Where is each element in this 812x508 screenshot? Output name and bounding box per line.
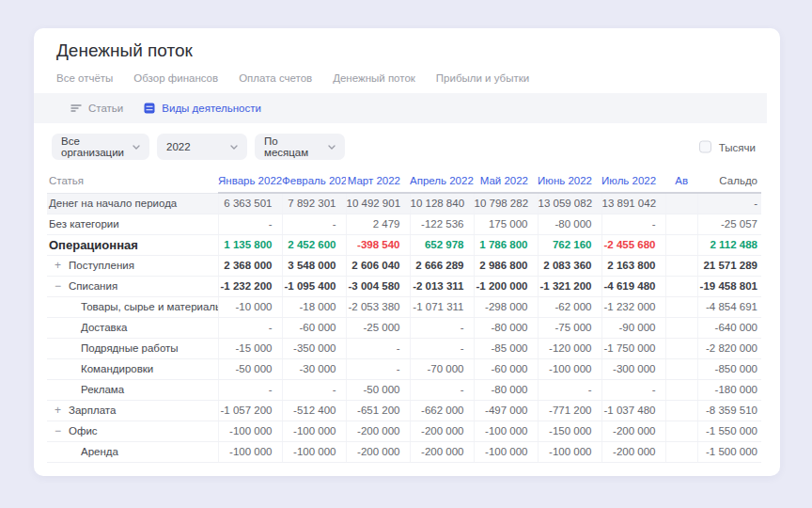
- cell-value: 2 083 360: [538, 255, 601, 276]
- cell-value: -1 095 400: [282, 276, 346, 296]
- cell-value: -850 000: [697, 358, 761, 379]
- nav-item-profit-loss[interactable]: Прибыли и убытки: [436, 71, 529, 85]
- cell-value: 2 452 600: [282, 234, 346, 255]
- row-label-cell: Доставка: [47, 317, 218, 338]
- cell-value: -60 000: [474, 358, 538, 379]
- cell-value: 2 666 289: [410, 255, 474, 276]
- cell-value: -100 000: [218, 441, 282, 462]
- cash-flow-table: Статья Январь 2022 Февраль 2022 Март 202…: [47, 168, 761, 463]
- thousands-checkbox[interactable]: [699, 141, 711, 153]
- cell-value: -180 000: [697, 379, 761, 400]
- table-row: −Офис-100 000-100 000-200 000-200 000-10…: [47, 421, 761, 441]
- row-label-cell: −Списания: [47, 276, 218, 296]
- cell-value: -: [218, 214, 282, 234]
- toggle-activity-types-label: Виды деятельности: [162, 103, 261, 114]
- cell-value: -4 619 480: [601, 276, 665, 296]
- table-row: Денег на начало периода6 363 5017 892 30…: [47, 193, 761, 214]
- cell-value: -2 053 380: [346, 296, 410, 317]
- row-label-text: Подрядные работы: [81, 342, 179, 354]
- cell-value: -1 200 000: [474, 276, 538, 296]
- chevron-down-icon: [328, 145, 336, 150]
- cell-value: -512 400: [282, 400, 346, 421]
- cell-value: -350 000: [282, 338, 346, 358]
- cell-value: -: [218, 379, 282, 400]
- cell-value: 1 786 800: [474, 234, 538, 255]
- table-row: +Поступления2 368 0003 548 0002 606 0402…: [47, 255, 761, 276]
- row-label-cell: Товары, сырье и материалы: [47, 296, 218, 317]
- table-row: Без категории--2 479-122 536175 000-80 0…: [47, 214, 761, 234]
- cell-value: 13 059 082: [538, 193, 601, 214]
- cell-value: 2 163 800: [601, 255, 665, 276]
- nav-item-finance-overview[interactable]: Обзор финансов: [133, 71, 218, 85]
- cell-value: 7 892 301: [282, 193, 346, 214]
- cell-value: -398 540: [346, 234, 410, 255]
- cell-value: -30 000: [282, 358, 346, 379]
- cell-value: [665, 276, 697, 296]
- expand-icon[interactable]: +: [55, 404, 63, 417]
- table-row: Командировки-50 000-30 000--70 000-60 00…: [47, 358, 761, 379]
- table-row: Доставка--60 000-25 000--80 000-75 000-9…: [47, 317, 761, 338]
- toggle-articles-label: Статьи: [88, 103, 123, 114]
- collapse-icon[interactable]: −: [55, 424, 63, 437]
- column-header-july[interactable]: Июль 2022: [601, 168, 665, 193]
- column-header-april[interactable]: Апрель 2022: [410, 168, 474, 193]
- cell-value: -1 500 000: [697, 441, 761, 462]
- column-header-june[interactable]: Июнь 2022: [538, 168, 601, 193]
- cell-value: 2 479: [346, 214, 410, 234]
- row-label-text: Реклама: [81, 384, 124, 395]
- cell-value: -50 000: [218, 358, 282, 379]
- page-title: Денежный поток: [56, 40, 780, 62]
- nav-item-all-reports[interactable]: Все отчёты: [56, 71, 113, 85]
- cell-value: -1 232 000: [601, 296, 665, 317]
- cell-value: -: [697, 193, 761, 214]
- toggle-activity-types[interactable]: Виды деятельности: [144, 103, 261, 114]
- row-label-cell: Аренда: [47, 441, 218, 462]
- cell-value: -298 000: [474, 296, 538, 317]
- row-label-text: Офис: [69, 425, 98, 437]
- cell-value: -: [410, 317, 474, 338]
- expand-icon[interactable]: +: [55, 259, 63, 272]
- cell-value: -75 000: [538, 317, 601, 338]
- column-header-january[interactable]: Январь 2022: [218, 168, 282, 193]
- period-select[interactable]: По месяцам: [255, 134, 345, 160]
- thousands-label: Тысячи: [719, 141, 756, 152]
- year-select[interactable]: 2022: [157, 134, 247, 160]
- cell-value: 10 492 901: [346, 193, 410, 214]
- cell-value: -1 037 480: [601, 400, 665, 421]
- view-toggle-bar: Статьи Виды деятельности: [34, 93, 767, 123]
- row-label-cell: Командировки: [47, 358, 218, 379]
- cell-value: -100 000: [538, 441, 601, 462]
- cell-value: -: [538, 379, 601, 400]
- row-label-text: Денег на начало периода: [49, 198, 177, 209]
- cell-value: 1 135 800: [218, 234, 282, 255]
- year-select-value: 2022: [166, 141, 191, 152]
- cell-value: [665, 400, 697, 421]
- cell-value: -: [601, 379, 665, 400]
- cell-value: 13 891 042: [601, 193, 665, 214]
- cell-value: -200 000: [346, 421, 410, 441]
- cell-value: 2 368 000: [218, 255, 282, 276]
- column-header-february[interactable]: Февраль 2022: [282, 168, 346, 193]
- row-label-cell: Подрядные работы: [47, 338, 218, 358]
- chevron-down-icon: [230, 145, 238, 150]
- cell-value: -100 000: [282, 421, 346, 441]
- cell-value: -100 000: [218, 421, 282, 441]
- table-header-row: Статья Январь 2022 Февраль 2022 Март 202…: [47, 168, 761, 193]
- nav-item-bill-payment[interactable]: Оплата счетов: [239, 71, 312, 85]
- column-header-august-truncated[interactable]: Ав: [665, 168, 697, 193]
- cell-value: -: [410, 338, 474, 358]
- row-label-text: Зарплата: [69, 405, 116, 416]
- collapse-icon[interactable]: −: [55, 279, 63, 293]
- cell-value: -15 000: [218, 338, 282, 358]
- column-header-march[interactable]: Март 2022: [346, 168, 410, 193]
- row-label-cell: +Поступления: [47, 255, 218, 276]
- nav-item-cash-flow[interactable]: Денежный поток: [333, 71, 415, 85]
- thousands-toggle[interactable]: Тысячи: [699, 141, 756, 153]
- column-header-may[interactable]: Май 2022: [474, 168, 538, 193]
- cell-value: -200 000: [410, 441, 474, 462]
- cell-value: -8 359 510: [697, 400, 761, 421]
- toggle-articles[interactable]: Статьи: [70, 103, 123, 114]
- cell-value: 175 000: [474, 214, 538, 234]
- organization-select[interactable]: Все организации: [52, 134, 149, 160]
- row-label-text: Операционная: [49, 238, 138, 252]
